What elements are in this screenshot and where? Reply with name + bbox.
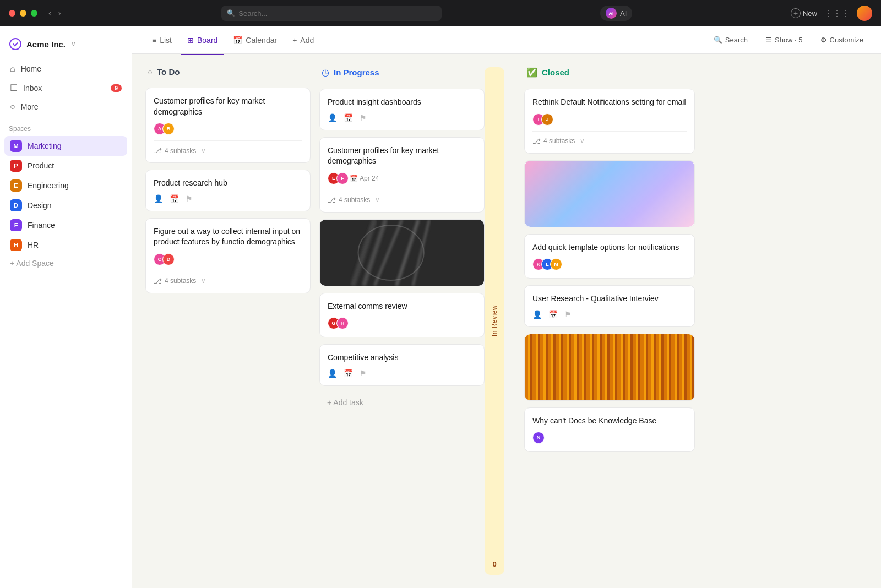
window-controls [9, 10, 37, 17]
app-area: Acme Inc. ∨ ⌂ Home ☐ Inbox 9 ○ More Spac… [0, 26, 881, 588]
product-dot: P [10, 160, 22, 172]
in-review-count: 0 [492, 560, 496, 568]
card-cl-4-actions: 👤 📅 ⚑ [532, 310, 687, 319]
flag-icon: ⚑ [564, 310, 572, 319]
card-ip-2[interactable]: Customer profiles for key market demogra… [319, 137, 485, 213]
global-search-bar[interactable]: 🔍 [221, 6, 442, 21]
sidebar-item-finance[interactable]: F Finance [4, 215, 127, 235]
calendar-card-icon: 📅 [344, 113, 353, 122]
close-window-btn[interactable] [9, 10, 15, 17]
sidebar-item-home[interactable]: ⌂ Home [4, 59, 127, 78]
plus-icon: + [791, 8, 801, 18]
new-button[interactable]: + New [791, 8, 817, 18]
subtask-icon: ⎇ [532, 137, 541, 145]
sidebar-item-inbox[interactable]: ☐ Inbox 9 [4, 78, 127, 97]
closed-title: Closed [542, 68, 569, 77]
card-todo-2-actions: 👤 📅 ⚑ [154, 194, 302, 203]
card-todo-2[interactable]: Product research hub 👤 📅 ⚑ [145, 170, 311, 211]
show-icon: ☰ [765, 36, 772, 44]
column-todo: ○ To Do Customer profiles for key market… [145, 67, 311, 575]
calendar-card-icon: 📅 [344, 369, 353, 378]
inbox-label: Inbox [23, 84, 42, 92]
card-cl-5-image [525, 334, 694, 400]
flag-icon: ⚑ [360, 113, 367, 122]
nav-arrows: ‹ › [46, 7, 63, 19]
card-cl-1-title: Rethink Default Notifications setting fo… [532, 97, 687, 108]
calendar-icon-sm: 📅 [350, 175, 358, 182]
card-ip-1[interactable]: Product insight dashboards 👤 📅 ⚑ [319, 89, 485, 130]
search-action[interactable]: 🔍 Search [709, 34, 752, 46]
ai-button[interactable]: AI AI [600, 6, 632, 21]
back-arrow[interactable]: ‹ [46, 7, 53, 19]
forward-arrow[interactable]: › [56, 7, 63, 19]
card-cl-5[interactable] [524, 334, 695, 401]
card-cl-1[interactable]: Rethink Default Notifications setting fo… [524, 89, 695, 154]
card-cl-3-avatars: K L M [532, 258, 687, 270]
hr-dot: H [10, 239, 22, 251]
avatar: N [532, 432, 545, 444]
global-search-input[interactable] [238, 9, 436, 18]
inbox-badge: 9 [111, 84, 122, 92]
main-content: ≡ List ⊞ Board 📅 Calendar + Add 🔍 Search [132, 26, 881, 588]
person-icon: 👤 [328, 113, 337, 122]
user-avatar[interactable] [857, 6, 872, 21]
workspace-chevron-icon: ∨ [71, 40, 76, 48]
engineering-dot: E [10, 179, 22, 192]
card-ip-3[interactable] [319, 219, 485, 286]
todo-status-icon: ○ [148, 67, 153, 77]
inprogress-status-icon: ◷ [322, 67, 329, 78]
card-todo-1[interactable]: Customer profiles for key market demogra… [145, 88, 311, 163]
show-label: Show · 5 [775, 36, 803, 44]
card-cl-3[interactable]: Add quick template options for notificat… [524, 234, 695, 279]
card-ip-4-title: External comms review [328, 301, 476, 312]
gear-icon: ⚙ [820, 36, 827, 44]
calendar-icon: 📅 [233, 36, 242, 45]
show-action[interactable]: ☰ Show · 5 [761, 34, 807, 46]
card-ip-5[interactable]: Competitive analysis 👤 📅 ⚑ [319, 344, 485, 386]
engineering-label: Engineering [28, 181, 69, 190]
tab-list[interactable]: ≡ List [145, 32, 178, 48]
card-cl-4[interactable]: User Research - Qualitative Interviev 👤 … [524, 285, 695, 327]
person-icon: 👤 [154, 194, 163, 203]
sidebar-item-product[interactable]: P Product [4, 156, 127, 176]
top-right-actions: + New ⋮⋮⋮ [791, 6, 872, 21]
inprogress-header: ◷ In Progress [319, 67, 485, 82]
card-cl-2-image [525, 161, 694, 227]
card-ip-4[interactable]: External comms review G H [319, 293, 485, 338]
subtask-icon: ⎇ [154, 146, 162, 155]
sidebar-item-hr[interactable]: H HR [4, 235, 127, 255]
board-area: ○ To Do Customer profiles for key market… [132, 54, 881, 588]
card-todo-2-title: Product research hub [154, 178, 302, 189]
customize-action[interactable]: ⚙ Customize [816, 34, 868, 46]
card-cl-6[interactable]: Why can't Docs be Knowledge Base N [524, 407, 695, 453]
card-todo-3-subtasks: ⎇ 4 subtasks ∨ [154, 271, 302, 285]
avatar: D [162, 253, 175, 265]
add-task-label: + Add task [327, 398, 363, 407]
card-ip-2-date: 📅 Apr 24 [350, 175, 379, 182]
tab-board[interactable]: ⊞ Board [181, 32, 224, 48]
avatar: M [550, 258, 562, 270]
tab-add[interactable]: + Add [286, 32, 320, 48]
maximize-window-btn[interactable] [31, 10, 37, 17]
finance-label: Finance [28, 221, 55, 230]
card-ip-4-avatars: G H [328, 317, 476, 329]
card-cl-2[interactable] [524, 160, 695, 227]
sidebar-item-engineering[interactable]: E Engineering [4, 176, 127, 195]
tab-calendar[interactable]: 📅 Calendar [226, 32, 284, 48]
avatar: F [336, 172, 349, 184]
grid-icon[interactable]: ⋮⋮⋮ [824, 8, 850, 19]
minimize-window-btn[interactable] [20, 10, 26, 17]
card-todo-3[interactable]: Figure out a way to collect internal inp… [145, 218, 311, 293]
workspace-logo[interactable]: Acme Inc. ∨ [0, 33, 132, 59]
card-ip-3-image [320, 220, 484, 286]
bw-image [320, 220, 484, 286]
board-label: Board [197, 36, 217, 45]
sidebar-item-marketing[interactable]: M Marketing [4, 136, 127, 156]
add-space-button[interactable]: + Add Space [0, 255, 132, 271]
inprogress-title: In Progress [334, 68, 379, 77]
card-ip-2-meta: E F 📅 Apr 24 [328, 172, 476, 184]
add-task-button[interactable]: + Add task [319, 393, 485, 412]
sidebar-item-more[interactable]: ○ More [4, 97, 127, 116]
card-ip-5-title: Competitive analysis [328, 352, 476, 363]
sidebar-item-design[interactable]: D Design [4, 195, 127, 215]
